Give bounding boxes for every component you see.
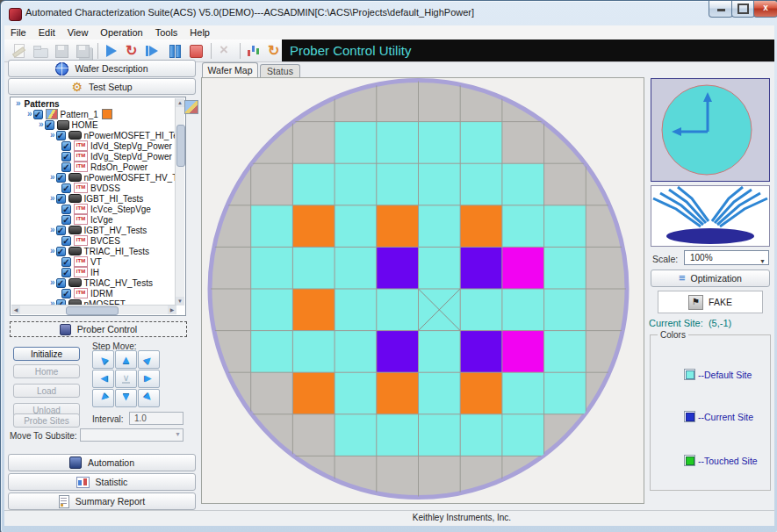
expander-icon[interactable]: »: [50, 131, 55, 140]
wafer-die[interactable]: [292, 163, 335, 205]
minimize-button[interactable]: [709, 1, 733, 18]
checkbox-checked[interactable]: ✓: [61, 257, 71, 267]
wafer-die[interactable]: [544, 372, 586, 414]
checkbox-checked[interactable]: ✓: [33, 110, 43, 119]
step-move-down[interactable]: ▲: [115, 389, 137, 407]
expander-icon[interactable]: »: [50, 173, 55, 182]
checkbox-checked[interactable]: ✓: [61, 289, 71, 298]
automation-button[interactable]: Automation: [8, 454, 196, 471]
wafer-die[interactable]: [335, 414, 377, 457]
checkbox-checked[interactable]: ✓: [61, 215, 71, 225]
wafer-die[interactable]: [251, 247, 293, 289]
checkbox-checked[interactable]: ✓: [45, 120, 54, 130]
wafer-die[interactable]: [502, 372, 544, 414]
wafer-die[interactable]: [292, 331, 335, 373]
new-icon[interactable]: [10, 42, 29, 60]
checkbox-checked[interactable]: ✓: [56, 173, 66, 183]
wafer-die[interactable]: [544, 331, 586, 373]
save-all-icon[interactable]: [73, 42, 92, 60]
tree-item-bvces[interactable]: ✓ITMBVCES: [11, 235, 176, 246]
wafer-die[interactable]: [377, 372, 419, 414]
checkbox-checked[interactable]: ✓: [56, 247, 66, 256]
wafer-die[interactable]: [502, 414, 544, 457]
abort-icon[interactable]: [215, 42, 234, 60]
wafer-die[interactable]: [335, 372, 377, 414]
wafer-die[interactable]: [335, 205, 377, 248]
home-button[interactable]: Home: [13, 364, 80, 378]
scale-combobox[interactable]: 100% ▼: [684, 250, 769, 265]
step-move-up-right[interactable]: ▲: [138, 350, 160, 369]
wafer-die[interactable]: [377, 205, 419, 248]
wafer-die[interactable]: [292, 205, 335, 248]
prober-control-header[interactable]: Prober Control: [10, 321, 187, 337]
wafer-die[interactable]: [251, 289, 293, 331]
expander-icon[interactable]: »: [27, 110, 32, 119]
wafer-die[interactable]: [377, 289, 419, 331]
step-move-center[interactable]: ∨: [115, 370, 137, 388]
tree-item-rdson_power[interactable]: ✓ITMRdsOn_Power: [11, 162, 176, 172]
tree-item-icvce_stepvge[interactable]: ✓ITMIcVce_StepVge: [11, 204, 176, 214]
wafer-die[interactable]: [377, 331, 419, 373]
wafer-die[interactable]: [544, 205, 586, 248]
scroll-down-icon[interactable]: ▼: [176, 297, 184, 306]
checkbox-checked[interactable]: ✓: [56, 278, 66, 288]
probe-sites-button[interactable]: Probe Sites: [13, 413, 80, 428]
load-button[interactable]: Load: [13, 384, 80, 398]
pause-icon[interactable]: [165, 42, 184, 60]
step-move-right[interactable]: ▲: [138, 370, 160, 388]
wafer-die[interactable]: [419, 331, 461, 373]
checkbox-checked[interactable]: ✓: [61, 141, 71, 151]
wafer-die[interactable]: [460, 414, 502, 457]
tab-status[interactable]: Status: [260, 64, 300, 77]
wafer-die[interactable]: [419, 414, 461, 457]
tree-item-triac_hv_tests[interactable]: »✓TRIAC_HV_Tests: [11, 277, 176, 288]
checkbox-checked[interactable]: ✓: [61, 183, 71, 193]
optimization-button[interactable]: ≡ Optimization: [651, 270, 770, 287]
tree-item-idrm[interactable]: ✓ITMIDRM: [11, 288, 176, 298]
step-move-down-right[interactable]: ▲: [138, 389, 160, 407]
tree-item-triac_hi_tests[interactable]: »✓TRIAC_HI_Tests: [11, 246, 176, 256]
step-move-up-left[interactable]: ▲: [92, 350, 114, 369]
wafer-die[interactable]: [335, 163, 377, 205]
checkbox-checked[interactable]: ✓: [56, 226, 66, 235]
summary-report-button[interactable]: Summary Report: [8, 492, 196, 510]
wafer-die[interactable]: [335, 331, 377, 373]
wafer-map-panel[interactable]: [201, 77, 644, 504]
pattern-thumbnail-icon[interactable]: [184, 100, 198, 114]
wafer-die[interactable]: [377, 247, 419, 289]
checkbox-checked[interactable]: ✓: [61, 236, 71, 246]
menu-help[interactable]: Help: [183, 27, 216, 38]
run-icon[interactable]: [102, 42, 121, 60]
tab-wafer-map[interactable]: Wafer Map: [202, 62, 258, 77]
statistic-button[interactable]: Statistic: [8, 473, 196, 491]
initialize-button[interactable]: Initialize: [13, 347, 80, 361]
wafer-die[interactable]: [419, 372, 461, 414]
close-button[interactable]: x: [753, 1, 777, 18]
checkbox-checked[interactable]: ✓: [61, 268, 71, 277]
wafer-die[interactable]: [419, 247, 461, 289]
wafer-die[interactable]: [460, 247, 502, 289]
wafer-die[interactable]: [502, 163, 544, 205]
interval-field[interactable]: 1.0: [129, 412, 183, 425]
wafer-die[interactable]: [502, 205, 544, 248]
fake-button[interactable]: ⚑ FAKE: [658, 291, 763, 313]
tree-item-vt[interactable]: ✓ITMVT: [11, 256, 176, 267]
wafer-die[interactable]: [502, 331, 544, 373]
tree-item-home[interactable]: »✓HOME: [11, 119, 176, 130]
tree-item-igbt_hi_tests[interactable]: »✓IGBT_HI_Tests: [11, 193, 176, 204]
save-icon[interactable]: [52, 42, 71, 60]
wafer-die[interactable]: [460, 372, 502, 414]
resume-icon[interactable]: [144, 42, 163, 60]
wafer-die[interactable]: [251, 331, 293, 373]
tree-item-igbt_hv_tests[interactable]: »✓IGBT_HV_Tests: [11, 225, 176, 235]
report-icon[interactable]: [244, 42, 263, 60]
wafer-die[interactable]: [460, 122, 502, 164]
expander-icon[interactable]: »: [50, 226, 55, 234]
checkbox-checked[interactable]: ✓: [61, 205, 71, 214]
tree-item-icvge[interactable]: ✓ITMIcVge: [11, 214, 176, 225]
tree-vertical-scrollbar[interactable]: ▲ ▼: [175, 98, 184, 306]
wafer-die[interactable]: [460, 163, 502, 205]
step-move-left[interactable]: ▲: [92, 370, 114, 388]
expander-icon[interactable]: »: [16, 99, 21, 108]
open-icon[interactable]: [31, 42, 50, 60]
